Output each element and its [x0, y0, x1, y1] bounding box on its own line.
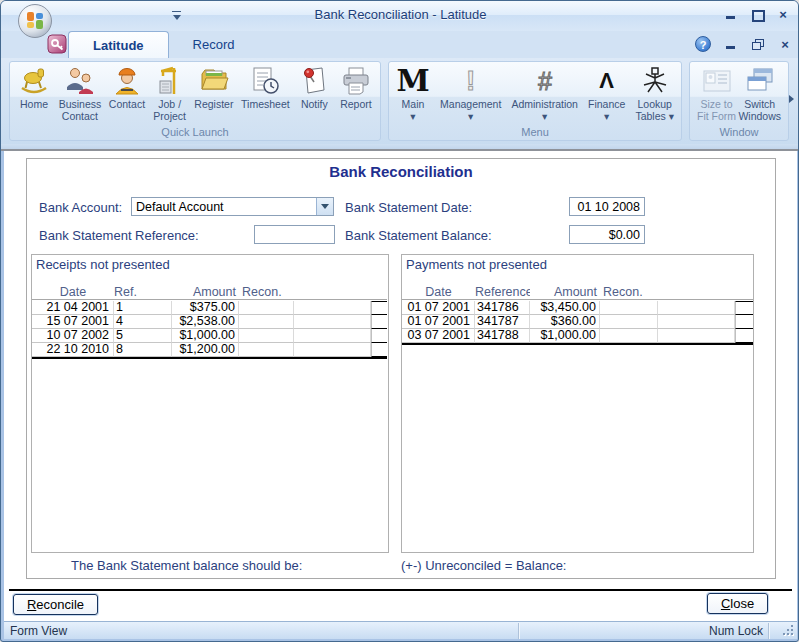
notify-icon — [297, 64, 331, 98]
bank-reconciliation-form: Bank Reconciliation Bank Account: Defaul… — [26, 158, 776, 579]
finance-button[interactable]: ΛFinance▾ — [587, 64, 626, 122]
administration-button[interactable]: #Administration▾ — [510, 64, 579, 122]
table-row[interactable]: 10 07 20025$1,000.00 — [32, 329, 387, 343]
recon-checkbox-cell[interactable] — [735, 329, 753, 343]
statement-balance-hint: The Bank Statement balance should be: — [71, 558, 302, 573]
close-button[interactable]: × — [776, 8, 790, 21]
report-button[interactable]: Report — [338, 64, 374, 110]
statement-date-field[interactable] — [569, 197, 645, 216]
chevron-down-icon[interactable] — [316, 198, 333, 215]
help-icon[interactable]: ? — [695, 36, 711, 52]
status-bar: Form View Num Lock — [4, 621, 797, 639]
table-cell[interactable]: 10 07 2002 — [32, 329, 114, 343]
table-cell[interactable]: 03 07 2001 — [402, 329, 475, 343]
table-cell[interactable] — [294, 343, 371, 357]
table-cell[interactable]: 341786 — [475, 301, 530, 315]
main-menu-button[interactable]: MMain▾ — [395, 64, 431, 122]
table-cell[interactable]: 15 07 2001 — [32, 315, 114, 329]
ribbon-item-label: Administration — [511, 98, 578, 110]
recon-checkbox-cell[interactable] — [371, 329, 387, 343]
table-cell[interactable]: $3,450.00 — [530, 301, 600, 315]
table-cell[interactable]: 22 10 2010 — [32, 343, 114, 357]
tab-latitude[interactable]: Latitude — [68, 31, 169, 58]
notify-button[interactable]: Notify — [296, 64, 332, 110]
management-button[interactable]: !Management▾ — [439, 64, 502, 122]
home-button[interactable]: Home — [16, 64, 52, 110]
table-row[interactable]: 03 07 2001341788$1,000.00 — [402, 329, 753, 343]
switch-windows-button[interactable]: SwitchWindows — [737, 64, 782, 122]
statement-balance-field[interactable] — [569, 225, 645, 244]
table-cell[interactable] — [658, 315, 735, 329]
table-row[interactable]: 01 07 2001341787$360.00 — [402, 315, 753, 329]
business-contact-button[interactable]: BusinessContact — [58, 64, 103, 122]
ribbon-group-quick-launch: HomeBusinessContactContactJob /ProjectRe… — [9, 61, 381, 141]
table-cell[interactable] — [658, 301, 735, 315]
recon-checkbox-cell[interactable] — [735, 315, 753, 329]
ribbon-group-menu: MMain▾!Management▾#Administration▾ΛFinan… — [388, 61, 682, 141]
bank-account-select[interactable]: Default Account — [131, 197, 334, 216]
ribbon-expand-icon[interactable] — [787, 88, 797, 110]
table-cell[interactable] — [658, 329, 735, 343]
ribbon-group-label: Window — [690, 126, 788, 140]
table-cell[interactable]: $360.00 — [530, 315, 600, 329]
table-cell[interactable]: 1 — [114, 301, 172, 315]
recon-checkbox-cell[interactable] — [371, 301, 387, 315]
close-form-button[interactable]: Close — [707, 593, 768, 614]
payments-grid: 01 07 2001341786$3,450.0001 07 200134178… — [402, 301, 753, 345]
table-row[interactable]: 21 04 20011$375.00 — [32, 301, 387, 315]
table-row[interactable]: 22 10 20108$1,200.00 — [32, 343, 387, 357]
table-cell[interactable] — [239, 343, 294, 357]
ribbon-item-label: ▾ — [604, 110, 609, 122]
table-cell[interactable] — [294, 315, 371, 329]
table-cell[interactable]: $1,200.00 — [172, 343, 239, 357]
table-cell[interactable]: 21 04 2001 — [32, 301, 114, 315]
table-cell[interactable] — [239, 329, 294, 343]
table-cell[interactable]: $1,000.00 — [172, 329, 239, 343]
column-header: Recon. — [600, 285, 658, 299]
recon-checkbox-cell[interactable] — [371, 343, 387, 357]
table-cell[interactable] — [294, 301, 371, 315]
column-header: Amount — [530, 285, 600, 299]
table-cell[interactable]: 341788 — [475, 329, 530, 343]
mdi-close-button[interactable]: × — [778, 38, 792, 51]
table-cell[interactable] — [600, 329, 658, 343]
table-cell[interactable]: $2,538.00 — [172, 315, 239, 329]
datasheet-end-line — [402, 343, 753, 345]
ribbon-item-label: Lookup — [637, 98, 671, 110]
table-cell[interactable]: 341787 — [475, 315, 530, 329]
resize-grip[interactable] — [782, 624, 794, 636]
table-cell[interactable] — [600, 301, 658, 315]
statement-reference-field[interactable] — [254, 225, 335, 244]
app-window: Bank Reconciliation - Latitude × Latitud… — [0, 0, 799, 642]
timesheet-button[interactable]: Timesheet — [240, 64, 291, 110]
datasheet-end-line — [32, 357, 387, 359]
column-header: Reference — [475, 285, 530, 299]
table-cell[interactable]: $375.00 — [172, 301, 239, 315]
table-cell[interactable]: $1,000.00 — [530, 329, 600, 343]
mdi-restore-button[interactable] — [751, 38, 765, 51]
table-cell[interactable]: 8 — [114, 343, 172, 357]
register-button[interactable]: Register — [193, 64, 234, 110]
table-cell[interactable] — [239, 315, 294, 329]
table-cell[interactable] — [294, 329, 371, 343]
table-cell[interactable]: 5 — [114, 329, 172, 343]
maximize-button[interactable] — [750, 8, 764, 21]
recon-checkbox-cell[interactable] — [371, 315, 387, 329]
table-cell[interactable] — [239, 301, 294, 315]
minimize-button[interactable] — [724, 8, 738, 21]
table-row[interactable]: 15 07 20014$2,538.00 — [32, 315, 387, 329]
table-row[interactable]: 01 07 2001341786$3,450.00 — [402, 301, 753, 315]
job-project-button[interactable]: Job /Project — [152, 64, 188, 122]
tab-record[interactable]: Record — [169, 31, 259, 58]
recon-checkbox-cell[interactable] — [735, 301, 753, 315]
reconcile-button[interactable]: Reconcile — [13, 594, 98, 615]
mdi-minimize-button[interactable] — [724, 38, 738, 51]
receipts-panel: Receipts not presented DateRef.AmountRec… — [31, 254, 389, 553]
contact-button[interactable]: Contact — [108, 64, 146, 110]
table-cell[interactable]: 01 07 2001 — [402, 301, 475, 315]
office-button-icon[interactable] — [17, 3, 53, 39]
table-cell[interactable]: 01 07 2001 — [402, 315, 475, 329]
table-cell[interactable] — [600, 315, 658, 329]
lookup-tables-button[interactable]: LookupTables ▾ — [634, 64, 675, 122]
table-cell[interactable]: 4 — [114, 315, 172, 329]
